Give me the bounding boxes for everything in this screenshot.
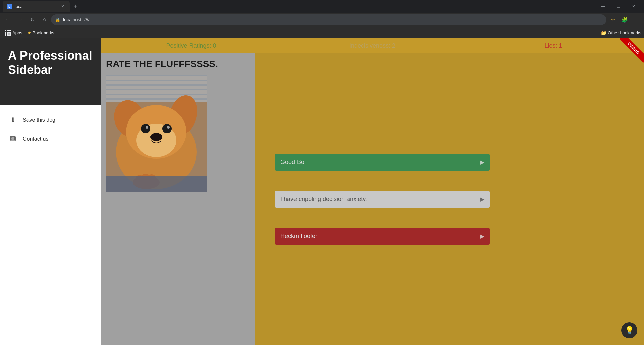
svg-rect-7 (106, 89, 207, 90)
heckin-floofer-label: Heckin floofer (280, 233, 317, 240)
chat-icon: 💡 (625, 326, 634, 335)
left-panel: RATE THE FLUFFFSSSS. (101, 53, 255, 345)
main-content: Positive Ratings: 0 Indecisiveness: 2 Li… (101, 38, 644, 345)
lock-icon: 🔒 (55, 17, 60, 22)
extensions-button[interactable]: 🧩 (619, 14, 630, 25)
svg-rect-4 (106, 75, 207, 76)
apps-grid-icon (5, 30, 11, 36)
forward-button[interactable]: → (15, 14, 25, 25)
chat-bubble-button[interactable]: 💡 (621, 322, 637, 338)
indecisiveness-stat: Indecisiveness: 2 (282, 42, 463, 49)
svg-point-18 (167, 126, 170, 129)
menu-button[interactable]: ⋮ (631, 14, 641, 25)
stats-bar: Positive Ratings: 0 Indecisiveness: 2 Li… (101, 38, 644, 53)
sidebar-navigation: ⬇ Save this dog! Contact us (0, 105, 101, 154)
positive-ratings-stat: Positive Ratings: 0 (101, 42, 282, 49)
bookmarks-button[interactable]: ★ Bookmarks (27, 30, 54, 35)
indecisive-arrow-icon: ▶ (480, 196, 484, 202)
lies-stat: Lies: 1 (463, 42, 644, 49)
svg-rect-24 (106, 176, 207, 192)
svg-point-19 (150, 133, 162, 141)
bookmarks-bar: Apps ★ Bookmarks 📁 Other bookmarks (0, 27, 644, 38)
other-bookmarks-label: Other bookmarks (608, 30, 641, 35)
refresh-button[interactable]: ↻ (27, 14, 38, 25)
indecisive-button[interactable]: I have crippling decision anxiety. ▶ (275, 191, 490, 208)
apps-label: Apps (12, 30, 22, 35)
back-icon: ← (5, 17, 11, 23)
back-button[interactable]: ← (3, 14, 13, 25)
home-button[interactable]: ⌂ (39, 14, 50, 25)
debug-ribbon: DEBUG (620, 38, 644, 63)
dog-placeholder (106, 75, 207, 192)
minimize-button[interactable]: — (595, 0, 610, 13)
sidebar-item-save-dog[interactable]: ⬇ Save this dog! (0, 111, 101, 130)
dog-image (106, 75, 207, 192)
active-tab[interactable]: L local ✕ (3, 1, 70, 12)
new-tab-button[interactable]: + (71, 2, 80, 11)
dog-svg (106, 75, 207, 192)
navigation-bar: ← → ↻ ⌂ 🔒 localhost /#/ ☆ 🧩 ⋮ (0, 13, 644, 27)
content-body: RATE THE FLUFFFSSSS. (101, 53, 644, 345)
page-content: A Professional Sidebar ⬇ Save this dog! … (0, 38, 644, 345)
refresh-icon: ↻ (30, 17, 35, 23)
svg-point-16 (162, 124, 172, 133)
contact-label: Contact us (23, 136, 48, 142)
close-button[interactable]: ✕ (626, 0, 641, 13)
address-text: localhost /#/ (63, 17, 90, 22)
window-controls: — ☐ ✕ (595, 0, 641, 13)
extensions-icon: 🧩 (621, 17, 628, 23)
sidebar-item-contact[interactable]: Contact us (0, 130, 101, 148)
heckin-floofer-button[interactable]: Heckin floofer ▶ (275, 228, 490, 245)
save-dog-label: Save this dog! (23, 117, 57, 123)
good-boi-arrow-icon: ▶ (480, 159, 484, 165)
sidebar: A Professional Sidebar ⬇ Save this dog! … (0, 38, 101, 345)
star-bookmark-icon: ★ (27, 30, 31, 35)
tab-bar: L local ✕ + — ☐ ✕ (0, 0, 644, 13)
good-boi-label: Good Boi (280, 159, 306, 166)
svg-rect-6 (106, 84, 207, 86)
indecisive-label: I have crippling decision anxiety. (280, 196, 367, 203)
address-bar[interactable]: 🔒 localhost /#/ (51, 14, 606, 25)
nav-right-buttons: ☆ 🧩 ⋮ (608, 14, 641, 25)
menu-icon: ⋮ (633, 17, 639, 23)
svg-point-17 (146, 126, 148, 129)
right-panel: Good Boi ▶ I have crippling decision anx… (255, 53, 644, 345)
forward-icon: → (17, 17, 23, 23)
svg-rect-8 (106, 94, 207, 95)
sidebar-title: A Professional Sidebar (8, 48, 93, 77)
apps-button[interactable]: Apps (3, 28, 24, 37)
star-icon: ☆ (611, 17, 615, 23)
contact-icon (8, 134, 17, 144)
svg-rect-5 (106, 80, 207, 81)
svg-point-1 (11, 137, 14, 140)
tab-title: local (15, 4, 24, 9)
maximize-button[interactable]: ☐ (610, 0, 626, 13)
rate-heading: RATE THE FLUFFFSSSS. (106, 59, 250, 69)
tab-close-button[interactable]: ✕ (60, 3, 66, 9)
good-boi-button[interactable]: Good Boi ▶ (275, 154, 490, 171)
download-icon: ⬇ (8, 115, 17, 125)
folder-icon: 📁 (601, 30, 606, 36)
heckin-floofer-arrow-icon: ▶ (480, 233, 484, 239)
sidebar-header: A Professional Sidebar (0, 38, 101, 105)
svg-point-15 (141, 124, 150, 133)
home-icon: ⌂ (43, 17, 46, 23)
bookmarks-label: Bookmarks (33, 30, 54, 35)
tab-favicon: L (7, 4, 12, 9)
other-bookmarks-button[interactable]: 📁 Other bookmarks (601, 30, 641, 36)
star-button[interactable]: ☆ (608, 14, 619, 25)
